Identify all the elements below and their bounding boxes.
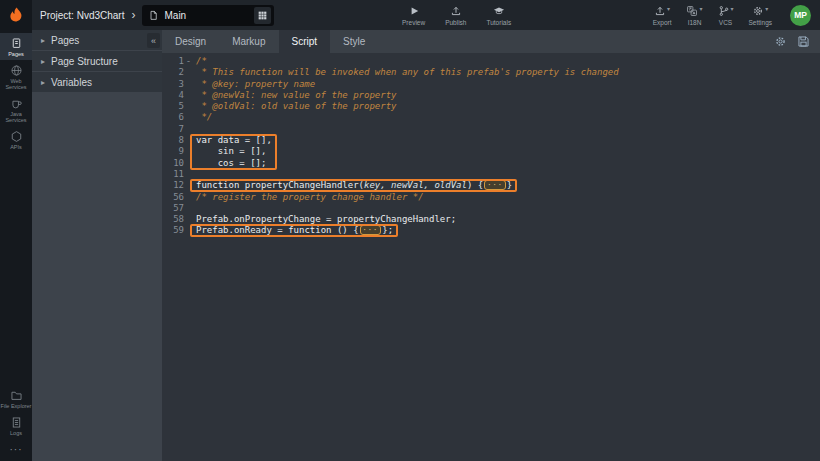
code-line: 56/* register the property change handle… [162, 192, 820, 203]
i18n-button[interactable]: ▾ I18N [686, 5, 702, 26]
code-line: 57 [162, 203, 820, 214]
side-panel: ▸ Pages ▸ Page Structure ▸ Variables « [32, 30, 162, 461]
code-fold-badge[interactable]: ··· [360, 225, 382, 235]
page-icon [148, 10, 159, 21]
panel-section-variables[interactable]: ▸ Variables [32, 72, 162, 93]
topbar-right-actions: ▾ Export ▾ I18N ▾ VCS ▾ Settings [653, 5, 772, 26]
rail-label: Java Services [0, 111, 32, 123]
grid-icon [257, 10, 268, 21]
code-fold-badge[interactable]: ··· [484, 180, 506, 190]
main-body: Pages Web Services Java Services APIs Fi… [0, 30, 820, 461]
editor-tabbar: Design Markup Script Style [162, 30, 820, 53]
rail-item-pages[interactable]: Pages [0, 33, 32, 60]
pages-icon [10, 37, 23, 50]
rail-item-file-explorer[interactable]: File Explorer [0, 385, 32, 412]
code-line: 7 [162, 124, 820, 135]
caret-down-icon: ▾ [731, 5, 734, 12]
panel-section-pages[interactable]: ▸ Pages [32, 30, 162, 51]
tab-script[interactable]: Script [279, 30, 331, 53]
branch-icon [718, 5, 730, 17]
editor-tools [774, 30, 820, 53]
code-line: 8var data = [], [162, 135, 820, 146]
code-lines: 1-/*2 * This function will be invoked wh… [162, 56, 820, 237]
code-line: 2 * This function will be invoked when a… [162, 67, 820, 78]
code-line: 10 cos = []; [162, 158, 820, 169]
translate-icon [686, 5, 698, 17]
editor-column: Design Markup Script Style 1-/*2 * This … [162, 30, 820, 461]
code-line: 11 [162, 169, 820, 180]
topbar-center-actions: Preview Publish Tutorials [402, 5, 511, 26]
save-button[interactable] [797, 35, 810, 48]
tab-markup[interactable]: Markup [219, 30, 278, 53]
panel-section-label: Pages [51, 35, 79, 46]
studio-window: Project: Nvd3Chart › Main Preview Publis… [0, 0, 820, 461]
caret-right-icon: ▸ [41, 36, 45, 45]
save-floppy-icon [797, 35, 810, 48]
code-line: 1-/* [162, 56, 820, 67]
rail-item-apis[interactable]: APIs [0, 126, 32, 153]
code-line: 4 * @newVal: new value of the property [162, 90, 820, 101]
caret-down-icon: ▾ [699, 5, 702, 12]
tutorials-label: Tutorials [486, 19, 511, 26]
caret-down-icon: ▾ [667, 5, 670, 12]
vcs-label: VCS [719, 19, 732, 26]
panel-collapse-button[interactable]: « [147, 33, 160, 48]
hexagon-icon [10, 130, 23, 143]
code-line: 59Prefab.onReady = function () {···}; [162, 225, 820, 236]
code-line: 5 * @oldVal: old value of the property [162, 101, 820, 112]
tab-style[interactable]: Style [330, 30, 378, 53]
publish-button[interactable]: Publish [445, 5, 466, 26]
log-document-icon [10, 416, 23, 429]
rail-item-web-services[interactable]: Web Services [0, 60, 32, 93]
rail-label: APIs [10, 144, 22, 150]
user-avatar[interactable]: MP [790, 5, 811, 26]
app-logo[interactable] [0, 0, 32, 30]
settings-label: Settings [749, 19, 773, 26]
graduation-cap-icon [492, 5, 506, 17]
preview-label: Preview [402, 19, 425, 26]
globe-icon [10, 64, 23, 77]
coffee-cup-icon [10, 97, 23, 110]
rail-label: Web Services [0, 78, 32, 90]
gear-icon [774, 35, 787, 48]
caret-right-icon: ▸ [41, 78, 45, 87]
i18n-label: I18N [688, 19, 702, 26]
caret-right-icon: ▸ [41, 57, 45, 66]
export-icon [654, 5, 666, 17]
tab-design[interactable]: Design [162, 30, 219, 53]
project-name-label: Project: Nvd3Chart [40, 10, 124, 21]
settings-button[interactable]: ▾ Settings [749, 5, 773, 26]
rail-label: Pages [8, 51, 24, 57]
page-selector-value: Main [164, 10, 249, 21]
rail-label: File Explorer [1, 403, 32, 409]
flame-logo-icon [7, 6, 25, 24]
upload-icon [450, 5, 462, 17]
topbar: Project: Nvd3Chart › Main Preview Publis… [0, 0, 820, 30]
vcs-button[interactable]: ▾ VCS [718, 5, 734, 26]
rail-label: Logs [10, 430, 22, 436]
play-icon [408, 5, 420, 17]
gear-icon [752, 5, 764, 17]
code-line: 9 sin = [], [162, 146, 820, 157]
export-button[interactable]: ▾ Export [653, 5, 672, 26]
code-line: 12function propertyChangeHandler(key, ne… [162, 180, 820, 191]
script-editor[interactable]: 1-/*2 * This function will be invoked wh… [162, 53, 820, 461]
tutorials-button[interactable]: Tutorials [486, 5, 511, 26]
folder-icon [10, 389, 23, 402]
export-label: Export [653, 19, 672, 26]
rail-more-button[interactable]: ··· [0, 439, 32, 461]
code-line: 6 */ [162, 112, 820, 123]
panel-section-label: Variables [51, 77, 92, 88]
chevron-right-icon: › [131, 8, 135, 22]
page-selector[interactable]: Main [142, 5, 274, 26]
page-grid-button[interactable] [254, 7, 271, 24]
panel-section-label: Page Structure [51, 56, 118, 67]
code-line: 3 * @key: property name [162, 79, 820, 90]
panel-section-page-structure[interactable]: ▸ Page Structure [32, 51, 162, 72]
editor-settings-button[interactable] [774, 35, 787, 48]
rail-item-logs[interactable]: Logs [0, 412, 32, 439]
rail-item-java-services[interactable]: Java Services [0, 93, 32, 126]
code-line: 58Prefab.onPropertyChange = propertyChan… [162, 214, 820, 225]
caret-down-icon: ▾ [765, 5, 768, 12]
preview-button[interactable]: Preview [402, 5, 425, 26]
